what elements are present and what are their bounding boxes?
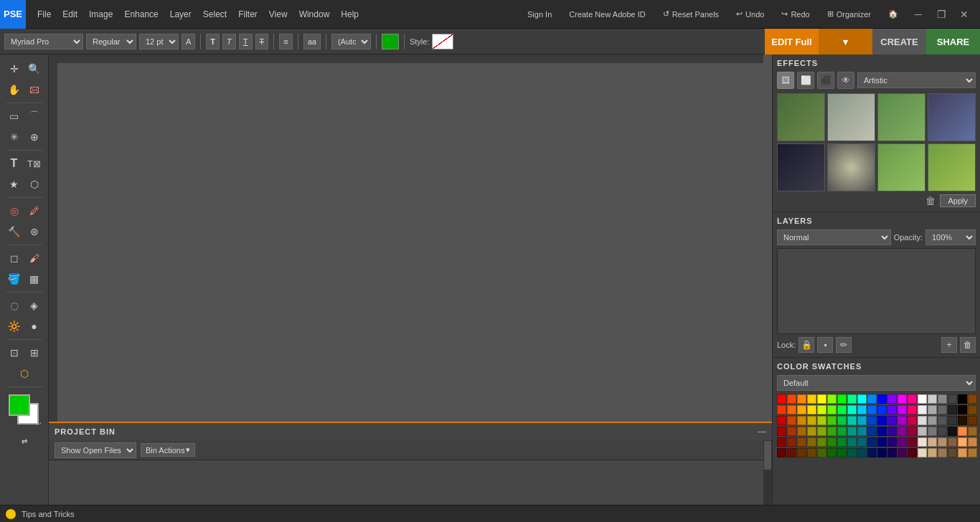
swatch[interactable] [857, 448, 867, 457]
sharpen-tool[interactable]: ◈ [25, 296, 44, 315]
swatch[interactable] [928, 416, 937, 425]
magic-wand-tool[interactable]: ✳ [5, 128, 24, 146]
gradient-tool[interactable]: ▦ [25, 270, 44, 288]
swatch[interactable] [877, 437, 887, 447]
swatch[interactable] [897, 448, 907, 457]
effects-trash-icon[interactable]: 🗑 [925, 195, 936, 207]
swap-colors-icon[interactable]: ⇄ [15, 432, 34, 450]
swatch[interactable] [948, 405, 957, 414]
sign-in-button[interactable]: Sign In [520, 7, 559, 22]
align-left-button[interactable]: ≡ [279, 34, 292, 49]
swatch[interactable] [867, 394, 877, 404]
effect-thumb-4[interactable] [928, 93, 976, 141]
swatch[interactable] [887, 448, 897, 457]
effect-thumb-6[interactable] [827, 143, 875, 191]
menu-help[interactable]: Help [335, 0, 364, 29]
swatch[interactable] [777, 427, 786, 436]
leading-select[interactable]: (Auto) [331, 34, 371, 49]
dodge-tool[interactable]: 🔆 [5, 317, 24, 336]
swatch[interactable] [968, 405, 977, 414]
custom-shape-tool[interactable]: ⬡ [25, 175, 44, 194]
swatch[interactable] [787, 427, 796, 436]
swatch[interactable] [918, 416, 927, 425]
swatch[interactable] [928, 448, 937, 457]
swatch[interactable] [787, 394, 796, 404]
swatch[interactable] [827, 405, 837, 414]
shape-tool[interactable]: ★ [5, 175, 24, 194]
home-button[interactable]: 🏠 [881, 6, 905, 22]
swatch[interactable] [817, 405, 826, 414]
swatch[interactable] [887, 437, 897, 447]
swatch[interactable] [908, 416, 917, 425]
swatch[interactable] [877, 448, 887, 457]
menu-file[interactable]: File [32, 0, 57, 29]
swatch[interactable] [797, 394, 806, 404]
menu-select[interactable]: Select [197, 0, 232, 29]
project-bin-collapse-button[interactable]: — [758, 427, 766, 437]
blur-tool[interactable]: ◌ [5, 296, 24, 315]
effect-thumb-1[interactable] [777, 93, 825, 141]
effects-filter-btn-4[interactable]: 👁 [837, 72, 854, 89]
effects-filter-btn-3[interactable]: ⬛ [817, 72, 834, 89]
swatch[interactable] [897, 437, 907, 447]
lock-transparency-button[interactable]: ▪ [817, 337, 833, 353]
zoom-tool[interactable]: 🔍 [25, 60, 44, 78]
swatch[interactable] [847, 427, 857, 436]
size-icon-button[interactable]: A [182, 34, 195, 49]
swatch[interactable] [797, 416, 806, 425]
swatch[interactable] [807, 394, 816, 404]
menu-view[interactable]: View [263, 0, 293, 29]
swatch[interactable] [897, 405, 907, 414]
swatch[interactable] [787, 416, 796, 425]
swatch[interactable] [908, 405, 917, 414]
lock-all-button[interactable]: 🔒 [798, 337, 814, 353]
swatch[interactable] [968, 427, 977, 436]
horizontal-scrollbar[interactable] [49, 54, 763, 63]
red-eye-tool[interactable]: ◎ [5, 201, 24, 220]
swatch-blue[interactable] [877, 394, 887, 404]
swatch[interactable] [787, 405, 796, 414]
swatch[interactable] [928, 437, 937, 447]
swatch[interactable] [938, 394, 947, 404]
swatch-white[interactable] [918, 394, 927, 404]
swatch[interactable] [928, 405, 937, 414]
blend-mode-select[interactable]: Normal Dissolve Darken Multiply [777, 229, 891, 245]
text-color-swatch[interactable] [382, 34, 399, 49]
swatch[interactable] [857, 427, 867, 436]
swatch[interactable] [807, 437, 816, 447]
swatch-black[interactable] [958, 394, 967, 404]
swatch-magenta[interactable] [897, 394, 907, 404]
swatch[interactable] [968, 448, 977, 457]
type-tool[interactable]: T [5, 154, 24, 173]
swatch[interactable] [938, 416, 947, 425]
create-id-button[interactable]: Create New Adobe ID [562, 7, 652, 22]
swatch[interactable] [867, 448, 877, 457]
text-italic-button[interactable]: T [222, 34, 236, 49]
swatch[interactable] [837, 427, 847, 436]
swatch[interactable] [948, 448, 957, 457]
menu-enhance[interactable]: Enhance [118, 0, 164, 29]
swatch[interactable] [777, 437, 786, 447]
swatch-red[interactable] [777, 394, 786, 404]
swatch-green[interactable] [837, 394, 847, 404]
swatch[interactable] [968, 437, 977, 447]
show-files-select[interactable]: Show Open Files Show All Show Closed [55, 442, 136, 458]
effect-thumb-5[interactable] [777, 143, 825, 191]
pattern-stamp-tool[interactable]: ⊛ [25, 222, 44, 241]
swatch[interactable] [797, 405, 806, 414]
effects-category-select[interactable]: Artistic Blur Brush Strokes Sketch Textu… [857, 72, 976, 88]
menu-filter[interactable]: Filter [232, 0, 263, 29]
restore-button[interactable]: ❐ [931, 4, 951, 24]
layers-list[interactable] [777, 248, 976, 334]
effect-thumb-2[interactable] [827, 93, 875, 141]
burn-tool[interactable]: ● [25, 317, 44, 336]
clone-stamp-tool[interactable]: 🔨 [5, 222, 24, 241]
swatch[interactable] [877, 416, 887, 425]
swatch[interactable] [837, 416, 847, 425]
swatch[interactable] [918, 405, 927, 414]
delete-layer-button[interactable]: 🗑 [960, 337, 976, 353]
swatch[interactable] [867, 427, 877, 436]
swatch[interactable] [897, 416, 907, 425]
lasso-tool[interactable]: ⌒ [25, 107, 44, 125]
swatch[interactable] [807, 405, 816, 414]
